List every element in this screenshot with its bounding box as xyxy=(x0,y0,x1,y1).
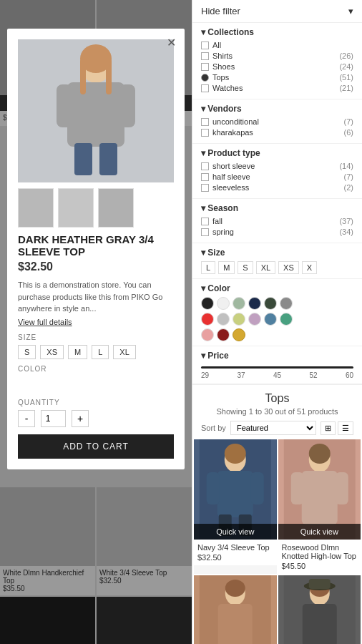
product-3-svg xyxy=(194,575,277,644)
svg-rect-4 xyxy=(74,143,92,175)
product-card-2-img: Quick view xyxy=(278,439,361,540)
filter-half-sleeve[interactable]: half sleeve (7) xyxy=(201,172,353,181)
view-toggle: ⊞ ☰ xyxy=(321,421,353,435)
listing-header: Tops Showing 1 to 30 out of 51 products xyxy=(192,384,362,421)
price-slider[interactable] xyxy=(201,366,353,369)
size-s[interactable]: S xyxy=(18,345,36,359)
color-filter-white[interactable] xyxy=(217,297,230,310)
filter-radio-tops xyxy=(201,74,209,82)
filter-checkbox-shoes xyxy=(201,63,209,71)
filter-short-sleeve[interactable]: short sleeve (14) xyxy=(201,162,353,170)
product-1-name: Navy 3/4 Sleeve Top xyxy=(197,543,273,552)
modal-color-label: COLOR xyxy=(18,365,174,373)
filter-checkbox-kharakapas xyxy=(201,129,209,137)
filter-checkbox-watches xyxy=(201,84,209,92)
filter-checkbox-shirts xyxy=(201,52,209,60)
size-xl[interactable]: XL xyxy=(113,345,135,359)
grid-view-button[interactable]: ⊞ xyxy=(321,421,336,435)
modal-quantity-row: - + xyxy=(18,410,174,427)
filter-size-xs[interactable]: XS xyxy=(278,261,299,274)
filter-product-type-title[interactable]: ▾ Product type xyxy=(201,148,353,158)
filter-price: ▾ Price 29 37 45 52 60 xyxy=(192,346,362,384)
size-m[interactable]: M xyxy=(68,345,87,359)
svg-rect-12 xyxy=(207,472,220,504)
product-image-svg xyxy=(53,43,139,179)
color-filter-teal[interactable] xyxy=(280,313,293,326)
product-2-name: Rosewood Dlmn Knotted High-low Top xyxy=(282,543,358,560)
svg-rect-29 xyxy=(302,604,336,644)
filter-collections-chevron: ▾ xyxy=(201,27,207,37)
color-filter-black[interactable] xyxy=(201,297,214,310)
filter-spring[interactable]: spring (34) xyxy=(201,228,353,236)
filter-collection-shirts[interactable]: Shirts (26) xyxy=(201,52,353,60)
quantity-decrease-button[interactable]: - xyxy=(18,410,35,427)
add-to-cart-button[interactable]: ADD TO CART xyxy=(18,434,174,459)
color-filter-gold[interactable] xyxy=(233,328,245,341)
list-view-button[interactable]: ☰ xyxy=(338,421,353,435)
modal-thumb-2[interactable] xyxy=(58,188,94,228)
filter-collection-shoes[interactable]: Shoes (24) xyxy=(201,62,353,71)
filter-collection-tops[interactable]: Tops (51) xyxy=(201,73,353,82)
quantity-input[interactable] xyxy=(41,410,66,427)
listing-title: Tops xyxy=(192,392,362,405)
sort-select[interactable]: Featured Price: Low to High Price: High … xyxy=(230,421,316,435)
quick-view-product-2[interactable]: Quick view xyxy=(278,524,361,540)
filter-fall[interactable]: fall (37) xyxy=(201,217,353,225)
filter-vendors-title[interactable]: ▾ Vendors xyxy=(201,104,353,114)
filter-size-m[interactable]: M xyxy=(218,261,235,274)
color-filter-gray[interactable] xyxy=(280,297,293,310)
color-filter-yellow-green[interactable] xyxy=(233,313,245,326)
svg-rect-2 xyxy=(57,84,72,127)
size-xs[interactable]: XS xyxy=(40,345,64,359)
size-filter-row: L M S XL XS X xyxy=(201,261,353,274)
filter-size-l[interactable]: L xyxy=(201,261,215,274)
svg-rect-19 xyxy=(301,471,337,525)
color-filter-blue[interactable] xyxy=(264,313,277,326)
color-filter-silver[interactable] xyxy=(217,313,230,326)
filter-collection-watches[interactable]: Watches (21) xyxy=(201,84,353,92)
product-1-price: $32.50 xyxy=(197,553,273,562)
svg-rect-21 xyxy=(335,472,348,504)
filter-collection-all[interactable]: All xyxy=(201,41,353,49)
filter-vendor-kharakapas[interactable]: kharakapas (6) xyxy=(201,128,353,137)
modal-close-button[interactable]: ✕ xyxy=(167,36,176,49)
modal-thumb-3[interactable] xyxy=(98,188,134,228)
modal-view-details-link[interactable]: View full details xyxy=(18,318,174,326)
color-filter-dark-green[interactable] xyxy=(264,297,277,310)
filter-price-title[interactable]: ▾ Price xyxy=(201,351,353,361)
quick-view-product-1[interactable]: Quick view xyxy=(194,524,277,540)
modal-product-image xyxy=(18,39,174,182)
filter-collections-title[interactable]: ▾ Collections xyxy=(201,27,353,37)
color-filter-dark-red[interactable] xyxy=(217,328,230,341)
svg-rect-32 xyxy=(308,579,330,589)
filter-size-xl[interactable]: XL xyxy=(256,261,275,274)
filter-vendor-unconditional[interactable]: unconditional (7) xyxy=(201,117,353,126)
size-l[interactable]: L xyxy=(92,345,109,359)
filter-checkbox-fall xyxy=(201,218,209,225)
color-filter-pink[interactable] xyxy=(201,328,214,341)
sort-label: Sort by xyxy=(201,424,226,432)
filter-collections: ▾ Collections All Shirts (26) Shoes (24)… xyxy=(192,23,362,99)
filter-season-title[interactable]: ▾ Season xyxy=(201,203,353,213)
color-filter-red[interactable] xyxy=(201,313,214,326)
product-card-3 xyxy=(194,575,277,644)
product-card-1-img: Quick view xyxy=(194,439,277,540)
svg-rect-7 xyxy=(80,59,86,94)
filter-header[interactable]: Hide filter ▾ xyxy=(192,0,362,23)
filter-sleeveless[interactable]: sleeveless (2) xyxy=(201,183,353,192)
quantity-increase-button[interactable]: + xyxy=(72,410,89,427)
filter-size: ▾ Size L M S XL XS X xyxy=(192,243,362,279)
filter-size-x[interactable]: X xyxy=(302,261,317,274)
filter-size-title[interactable]: ▾ Size xyxy=(201,248,353,258)
color-filter-sage[interactable] xyxy=(233,297,245,310)
modal-thumb-1[interactable] xyxy=(18,188,54,228)
svg-rect-3 xyxy=(119,84,135,127)
svg-rect-1 xyxy=(67,82,124,147)
listing-count: Showing 1 to 30 out of 51 products xyxy=(192,407,362,416)
color-filter-navy[interactable] xyxy=(248,297,261,310)
filter-color-title[interactable]: ▾ Color xyxy=(201,283,353,293)
filter-size-s[interactable]: S xyxy=(238,261,253,274)
filter-checkbox-all xyxy=(201,42,209,49)
modal-size-options: S XS M L XL xyxy=(18,345,174,359)
color-filter-lavender[interactable] xyxy=(248,313,261,326)
